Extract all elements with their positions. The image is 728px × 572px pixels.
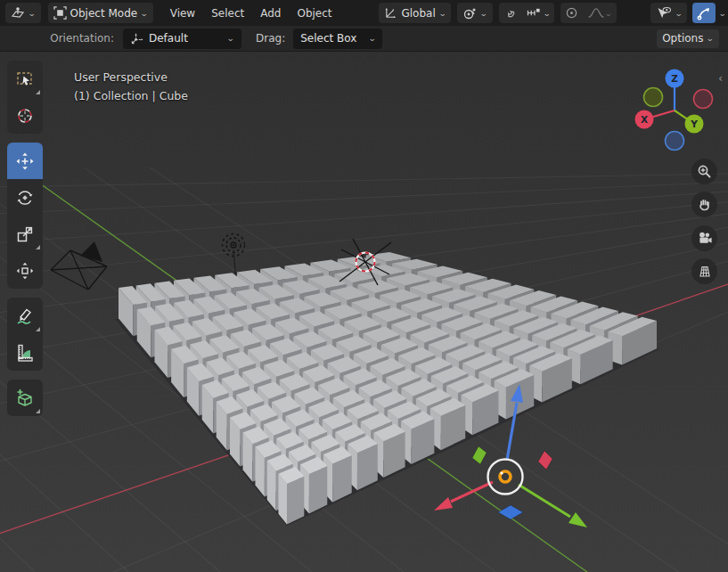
chevron-down-icon: ⌄ [28,9,36,18]
mode-dropdown[interactable]: Object Mode ⌄ [48,3,153,23]
tool-transform[interactable] [7,252,43,289]
measure-tool-icon [14,342,36,364]
snap-target-dropdown[interactable]: ⌄ [521,3,555,23]
zoom-icon [697,164,712,179]
hand-icon [697,197,712,212]
object-mode-icon [53,6,67,20]
orientation-value-dropdown[interactable]: Default ⌄ [123,29,241,49]
chevron-down-icon: ⌄ [479,9,487,18]
subtool-indicator [36,327,40,331]
drag-value: Select Box [300,32,356,45]
default-orientation-icon [130,32,143,45]
options-dropdown[interactable]: Options ⌄ [657,29,719,48]
navigation-axis-gizmo[interactable]: ZXY [630,65,719,158]
grid-perspective-icon [697,264,713,279]
chevron-down-icon: ⌄ [438,9,446,18]
axis-ball [644,88,663,107]
tool-scale[interactable] [7,216,43,252]
add-cube-icon [14,388,36,409]
menu-select[interactable]: Select [203,3,252,23]
options-label: Options [662,32,703,45]
move-tool-icon [14,151,36,172]
3d-viewport-editor-icon [11,6,25,20]
toolbar [7,61,43,416]
svg-text:X: X [641,114,648,125]
zoom-button[interactable] [691,159,717,184]
orientation-value: Default [149,32,188,45]
camera-view-button[interactable] [691,225,717,251]
active-collection-label: (1) Collection | Cube [74,86,188,105]
chevron-down-icon: ⌄ [368,34,376,43]
mode-dropdown-label: Object Mode [70,7,138,20]
tool-rotate[interactable] [7,179,43,216]
proportional-edit-toggle[interactable] [560,3,583,23]
chevron-down-icon: ⌄ [675,9,683,18]
camera-icon [697,231,713,246]
subtool-indicator [36,409,40,413]
axis-ball [694,90,713,109]
orthographic-toggle-button[interactable] [691,258,717,284]
svg-text:Z: Z [671,73,678,84]
drag-label: Drag: [256,32,285,45]
falloff-curve-icon [587,6,605,20]
orientation-dropdown-label: Global [401,7,435,20]
proportional-edit-icon [565,6,578,20]
rotate-tool-icon [14,187,36,208]
snap-increment-icon [526,6,544,20]
snap-toggle-button[interactable] [499,3,521,23]
chevron-down-icon: ⌄ [227,34,235,43]
menu-view[interactable]: View [162,3,203,23]
proportional-falloff-dropdown[interactable]: ⌄ [583,3,617,23]
orientation-axes-icon [384,6,397,20]
pivot-point-dropdown[interactable]: ⌄ [457,3,493,23]
tool-annotate[interactable] [7,298,43,334]
tool-add-cube[interactable] [7,380,43,416]
magnet-icon [503,6,517,20]
menu-add[interactable]: Add [252,3,289,23]
view-perspective-label: User Perspective [74,68,188,86]
transform-tool-icon [14,260,36,282]
tool-select-box[interactable] [7,61,43,97]
show-gizmo-toggle[interactable] [692,3,716,23]
transform-orientation-dropdown[interactable]: Global ⌄ [379,3,451,23]
chevron-down-icon: ⌄ [140,9,148,18]
cursor-tool-icon [14,105,36,127]
axis-ball [666,132,684,151]
drag-value-dropdown[interactable]: Select Box ⌄ [293,29,382,49]
orientation-label: Orientation: [46,32,114,45]
subtool-indicator [36,90,40,94]
tool-measure[interactable] [7,334,43,371]
subtool-indicator [36,245,40,249]
editor-type-button[interactable]: ⌄ [5,3,41,23]
show-overlays-dropdown[interactable]: ⌄ [650,3,688,23]
menu-object[interactable]: Object [289,3,339,23]
chevron-down-icon: ⌄ [707,34,715,43]
gizmo-icon [697,6,711,20]
select-box-icon [14,69,36,90]
svg-text:Y: Y [690,118,698,129]
pivot-point-icon [462,6,477,20]
scale-tool-icon [14,224,36,245]
gizmo-dropdown-chevron[interactable]: ⌄ [719,9,727,18]
tool-move[interactable] [7,143,43,179]
tool-cursor[interactable] [7,97,43,134]
chevron-down-icon: ⌄ [543,9,551,18]
chevron-down-icon: ⌄ [604,9,612,18]
sidebar-collapse-chevron[interactable]: ‹ [718,71,723,85]
viewport-overlay-text: User Perspective (1) Collection | Cube [74,68,188,105]
pan-button[interactable] [691,192,717,217]
annotate-pencil-icon [14,306,36,327]
overlays-pointer-eye-icon [656,6,672,20]
